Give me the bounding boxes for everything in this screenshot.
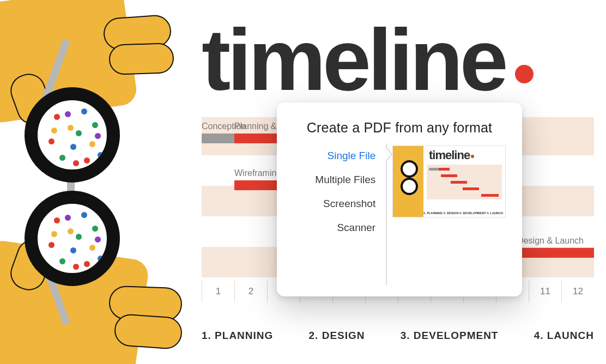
preview-title: timeline bbox=[429, 148, 470, 162]
create-pdf-dialog: Create a PDF from any format Single File… bbox=[277, 102, 522, 296]
preview-phase-label: 4. LAUNCH bbox=[487, 211, 503, 215]
phase-label: 3. DEVELOPMENT bbox=[401, 330, 499, 342]
dialog-title: Create a PDF from any format bbox=[293, 120, 506, 136]
gantt-month: 11 bbox=[529, 281, 561, 302]
glasses-lens-top bbox=[25, 87, 120, 183]
dialog-separator bbox=[381, 148, 392, 289]
preview-phase-label: 2. DESIGN bbox=[444, 211, 459, 215]
gantt-month: 1 bbox=[202, 281, 234, 302]
dialog-option-scanner[interactable]: Scanner bbox=[293, 220, 375, 236]
dialog-option-list: Single FileMultiple FilesScreenshotScann… bbox=[293, 148, 381, 289]
dialog-option-single-file[interactable]: Single File bbox=[293, 148, 375, 164]
glasses-lens-bottom bbox=[25, 191, 120, 286]
preview-thumbnail: timeline 1. PLANNING2. DESIGN3. DEVELOPM… bbox=[392, 145, 506, 217]
phase-label: 4. LAUNCH bbox=[534, 330, 594, 342]
phase-label: 1. PLANNING bbox=[202, 330, 273, 342]
phase-labels: 1. PLANNING2. DESIGN3. DEVELOPMENT4. LAU… bbox=[202, 330, 594, 342]
dialog-option-multiple-files[interactable]: Multiple Files bbox=[293, 172, 375, 188]
preview-phase-label: 1. PLANNING bbox=[423, 211, 443, 215]
gantt-bar: Conception bbox=[202, 134, 234, 143]
gantt-month: 2 bbox=[234, 281, 267, 302]
dialog-preview: timeline 1. PLANNING2. DESIGN3. DEVELOPM… bbox=[392, 148, 506, 289]
hands-glasses-illustration bbox=[0, 0, 174, 364]
gantt-month: 12 bbox=[561, 281, 594, 302]
page-title: timeline bbox=[202, 16, 534, 104]
gantt-bar-label: Wireframing bbox=[234, 168, 281, 178]
brand-word: timeline bbox=[202, 11, 505, 108]
preview-phase-label: 3. DEVELOPMENT bbox=[459, 211, 486, 215]
phase-label: 2. DESIGN bbox=[309, 330, 365, 342]
brand-dot-icon bbox=[515, 65, 534, 83]
dialog-option-screenshot[interactable]: Screenshot bbox=[293, 196, 375, 212]
